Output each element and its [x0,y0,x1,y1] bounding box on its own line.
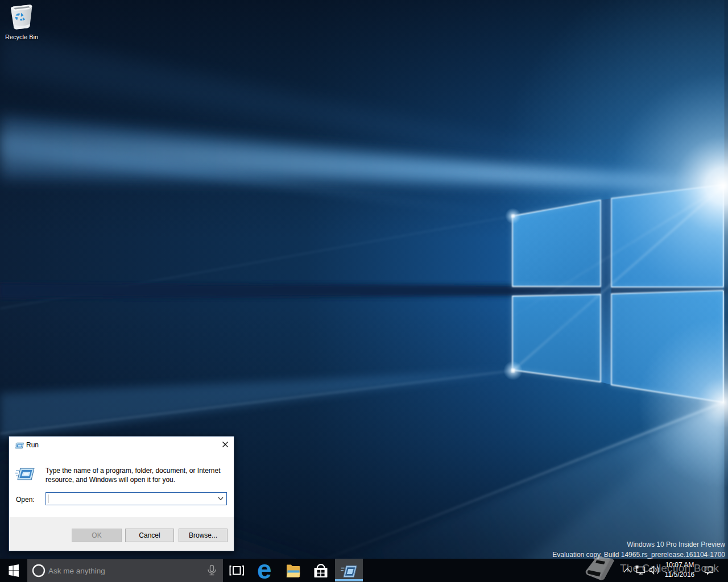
svg-text:11/5/2016: 11/5/2016 [665,571,695,579]
svg-text:Ask me anything: Ask me anything [48,567,105,575]
svg-text:10:07 AM: 10:07 AM [665,561,694,569]
svg-text:e: e [257,559,272,582]
